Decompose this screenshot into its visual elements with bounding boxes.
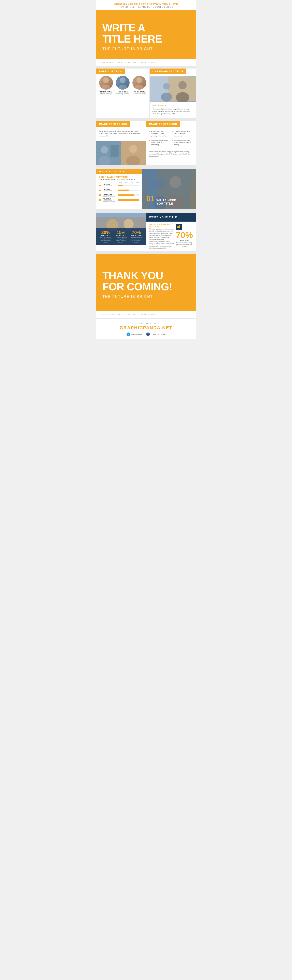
- bar-track-2: [118, 189, 139, 191]
- bar-fill-4: [118, 199, 139, 201]
- avatar-1: [99, 76, 113, 90]
- team-member-3: MARY JANE Customer Service: [132, 76, 146, 95]
- svg-point-4: [136, 78, 142, 83]
- social-facebook[interactable]: f graphicpandablog: [146, 332, 166, 336]
- slide-01-content: 01 WRITE HERE YOU TITLE: [147, 195, 192, 205]
- stat-item-2: 15% WRITE TITLE The best marketing conce…: [114, 230, 128, 243]
- img-comp-right-footer: Consequently, this entails simply sellin…: [147, 150, 196, 159]
- avatar-3-svg: [132, 76, 146, 90]
- avatar-3: [132, 76, 146, 90]
- stat-item-1: 20% WRITE TITLE The best marketing conce…: [99, 230, 112, 243]
- social-row: T graphicpanda f graphicpandablog: [101, 332, 191, 336]
- team-role-3: Customer Service: [132, 93, 146, 95]
- team-role-1: CEO & Manager: [99, 93, 113, 95]
- download-more-label: DOWNLOAD MORE: [101, 322, 191, 325]
- header-title: GENESIS - FREE PRESENTATION TEMPLATE: [98, 3, 194, 6]
- social-twitter[interactable]: T graphicpanda: [126, 332, 142, 336]
- stat-desc-2: The best marketing concept pertains to t…: [114, 236, 128, 243]
- slides-row-2: IMAGE COMPARISON Consequently, this enta…: [96, 120, 196, 166]
- bar-dot-1: [99, 185, 101, 186]
- svg-rect-15: [110, 145, 119, 157]
- bullet-item-1-1: A firm using a sales orientation focuses…: [149, 130, 170, 137]
- img-comp-left-header: IMAGE COMPARISON: [96, 121, 130, 127]
- team-header: MEET OUR TEAM: [96, 68, 125, 74]
- slide-stats-left: 20% WRITE TITLE The best marketing conce…: [96, 213, 147, 251]
- bar-dot-4: [99, 199, 101, 201]
- slide-hero: WRITE A TITLE HERE THE FUTURE IS BRIGHT.: [96, 10, 196, 59]
- slide-01: 01 WRITE HERE YOU TITLE: [142, 169, 196, 209]
- svg-point-5: [135, 85, 144, 90]
- bar-label-1: TITLE ONE Features a short summary or na…: [103, 184, 117, 188]
- slide-one-image: ONE IMAGE AND TITLE WRITE TITLE Conseque…: [150, 68, 196, 118]
- thankyou-subtitle: THE FUTURE IS BRIGHT.: [102, 294, 190, 299]
- svg-rect-34: [179, 225, 180, 228]
- bar-label-3: TITLE THREE Features a short summary or …: [103, 193, 117, 197]
- header-subtitle: POWERPOINT | KEYNOTE | GOOGLE SLIDES: [98, 6, 194, 8]
- bar-fill-3: [118, 194, 134, 196]
- team-role-2: Marketing Director: [116, 93, 129, 95]
- bar-track-3: [118, 194, 139, 196]
- svg-point-8: [179, 81, 187, 89]
- big-pct-desc: The best marketing concept pertains to t…: [176, 242, 193, 247]
- stat-label-1: WRITE TITLE: [99, 235, 112, 236]
- stats-big-pct-block: 70% WRITE TITLE The best marketing conce…: [176, 224, 193, 249]
- svg-point-17: [129, 145, 137, 153]
- thankyou-footer: PRESENTATION BY JOHN DOE / DESIGN 2017: [96, 311, 196, 318]
- bullet-cols: A firm using a sales orientation focuses…: [147, 129, 196, 150]
- slide-01-text-block: WRITE HERE YOU TITLE: [156, 199, 176, 205]
- pct-label-3: 75%: [130, 182, 133, 183]
- svg-point-2: [120, 78, 126, 83]
- bar-row-1: TITLE ONE Features a short summary or na…: [99, 184, 139, 188]
- slide-img-comp-right: IMAGE COMPARISON A firm using a sales or…: [147, 121, 196, 165]
- page-header: GENESIS - FREE PRESENTATION TEMPLATE POW…: [96, 0, 196, 10]
- slide-thankyou: THANK YOU FOR COMING! THE FUTURE IS BRIG…: [96, 254, 196, 311]
- bullet-col-2: Promotion of a particular product, and n…: [172, 130, 193, 148]
- bar-track-4: [118, 199, 139, 201]
- bar-fill-1: [118, 185, 123, 186]
- site-name: GRAPHICPANDA.NET: [101, 325, 191, 331]
- slides-row-1: MEET OUR TEAM MARY JANE CEO & Manager: [96, 67, 196, 119]
- img-comp-right-header: IMAGE COMPARISON: [147, 121, 180, 127]
- slide-01-line2: YOU TITLE: [156, 202, 176, 205]
- chart-icon: [176, 224, 182, 230]
- svg-point-10: [163, 83, 170, 90]
- stats-right-header-block: WRITE YOUR TITLE: [147, 213, 196, 221]
- thankyou-footer-by: PRESENTATION BY JOHN DOE: [102, 313, 136, 315]
- stat-desc-3: The best marketing concept pertains to t…: [129, 236, 143, 243]
- stats-right-text: WRITE AN INTERESTING TITLE HERE: A firm …: [149, 224, 174, 249]
- svg-point-23: [155, 179, 165, 189]
- pct-label-4: 25%: [136, 182, 139, 183]
- one-image-content: WRITE TITLE Consequently, this entails s…: [150, 102, 196, 118]
- team-member-1: MARY JANE CEO & Manager: [99, 76, 113, 95]
- slide-write-title: WRITE YOUR TITLE USES A SALES ORIENTATIO…: [96, 169, 142, 209]
- bar-label-4: TITLE FOUR Features a short summary or n…: [103, 198, 117, 202]
- svg-point-11: [161, 93, 172, 102]
- bullet-item-2-1: Promotion of a particular product, and n…: [172, 130, 193, 137]
- one-image-photo: [150, 76, 196, 102]
- one-image-header: ONE IMAGE AND TITLE: [150, 68, 186, 74]
- svg-point-3: [118, 85, 127, 90]
- pct-label-1: 25%: [119, 182, 122, 183]
- big-pct-number: 70%: [176, 231, 193, 239]
- svg-rect-33: [178, 226, 179, 228]
- thankyou-title: THANK YOU FOR COMING!: [102, 270, 190, 292]
- interesting-body: A firm using a sales orientation focuses…: [149, 228, 174, 249]
- svg-point-13: [101, 146, 108, 153]
- hero-subtitle: THE FUTURE IS BRIGHT.: [102, 47, 190, 51]
- bar-fill-2: [118, 189, 129, 191]
- avatar-2: [116, 76, 129, 90]
- one-image-write-title: WRITE TITLE: [153, 105, 193, 107]
- stat-pct-2: 15%: [114, 230, 128, 235]
- stat-pct-1: 20%: [99, 230, 112, 235]
- svg-point-1: [102, 85, 110, 90]
- stats-photo: 20% WRITE TITLE The best marketing conce…: [96, 213, 146, 245]
- comp-img-2-svg: [121, 141, 146, 165]
- stat-desc-1: The best marketing concept pertains to t…: [99, 236, 112, 243]
- bullet-item-1-2: Promotion of a particular product, and n…: [149, 139, 170, 146]
- bar-row-3: TITLE THREE Features a short summary or …: [99, 193, 139, 197]
- hero-footer-divider: /: [138, 62, 139, 64]
- slides-row-4: 20% WRITE TITLE The best marketing conce…: [96, 212, 196, 253]
- stat-pct-3: 70%: [129, 230, 143, 235]
- team-member-2: JOHN DOE Marketing Director: [116, 76, 129, 95]
- hero-title: WRITE A TITLE HERE: [102, 22, 190, 45]
